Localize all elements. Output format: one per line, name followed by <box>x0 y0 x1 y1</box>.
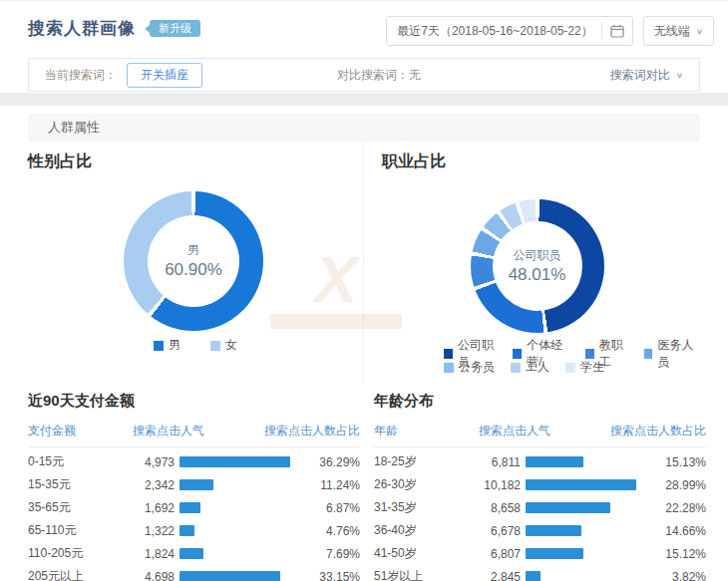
table-row: 51岁以上2,8453.82% <box>374 565 706 581</box>
calendar-icon[interactable] <box>610 24 624 38</box>
gender-legend: 男女 <box>28 337 363 354</box>
gender-donut-center-label: 男 60.90% <box>124 191 263 331</box>
table-row: 205元以上4,69833.15% <box>28 565 360 581</box>
row-value: 2,845 <box>479 570 521 581</box>
row-value: 6,811 <box>479 455 521 469</box>
row-value: 10,182 <box>479 478 521 492</box>
row-percentage: 7.69% <box>290 547 360 561</box>
legend-item[interactable]: 男 <box>154 337 181 354</box>
section-header-crowd-attributes: 人群属性 <box>28 114 700 142</box>
legend-item[interactable]: 工人 <box>511 359 549 376</box>
row-label: 41-50岁 <box>374 545 479 562</box>
payment-table-header: 支付金额 搜索点击人气 搜索点击人数占比 <box>28 423 360 447</box>
bar-track <box>521 456 636 467</box>
legend-swatch <box>444 349 453 359</box>
date-range-picker[interactable]: 最近7天（2018-05-16~2018-05-22） <box>386 16 632 46</box>
value-bar <box>180 479 213 490</box>
row-value: 4,973 <box>133 455 175 469</box>
legend-swatch <box>644 349 653 359</box>
row-percentage: 11.24% <box>290 478 360 492</box>
legend-swatch <box>444 363 454 373</box>
row-percentage: 22.28% <box>636 501 706 515</box>
keyword-button[interactable]: 开关插座 <box>127 63 202 88</box>
table-row: 110-205元1,8247.69% <box>28 542 360 565</box>
legend-label: 公务员 <box>459 359 495 376</box>
column-header: 搜索点击人气 <box>479 423 586 439</box>
value-bar <box>180 525 194 536</box>
legend-item[interactable]: 女 <box>210 337 237 354</box>
table-row: 0-15元4,97336.29% <box>28 450 360 473</box>
legend-swatch <box>511 363 521 373</box>
row-label: 51岁以上 <box>374 568 479 581</box>
keyword-compare-dropdown[interactable]: 搜索词对比 ∨ <box>610 67 699 84</box>
row-label: 26-30岁 <box>374 476 479 493</box>
table-row: 31-35岁8,65822.28% <box>374 496 706 519</box>
table-row: 35-65元1,6926.87% <box>28 496 360 519</box>
legend-label: 工人 <box>526 359 549 376</box>
column-header: 搜索点击人数占比 <box>240 423 360 439</box>
row-percentage: 15.12% <box>636 547 706 561</box>
table-row: 41-50岁6,80715.12% <box>374 542 706 565</box>
bar-track <box>521 525 636 536</box>
row-label: 18-25岁 <box>374 453 479 470</box>
section-separator <box>0 93 728 106</box>
value-bar <box>180 502 200 513</box>
payment-table-body: 0-15元4,97336.29%15-35元2,34211.24%35-65元1… <box>28 450 360 581</box>
chevron-down-icon: ∨ <box>696 27 703 36</box>
row-value: 4,698 <box>133 570 175 581</box>
legend-item[interactable]: 学生 <box>565 359 604 376</box>
bar-track <box>175 479 290 490</box>
row-percentage: 6.87% <box>290 501 360 515</box>
content-area: 人群属性 性别占比 男 60.90% 男女 职业占比 <box>0 106 728 581</box>
terminal-select[interactable]: 无线端 ∨ <box>643 16 714 46</box>
row-percentage: 28.99% <box>636 478 706 492</box>
age-table-title: 年龄分布 <box>374 392 706 411</box>
legend-swatch <box>585 349 594 359</box>
value-bar <box>526 571 541 581</box>
value-bar <box>526 479 636 490</box>
legend-swatch <box>154 341 164 351</box>
legend-swatch <box>565 363 575 373</box>
column-header: 支付金额 <box>28 423 133 439</box>
bar-track <box>175 502 290 513</box>
topbar-controls: 最近7天（2018-05-16~2018-05-22） 无线端 ∨ <box>386 16 714 46</box>
bar-track <box>175 456 290 467</box>
row-percentage: 36.29% <box>290 455 360 469</box>
bar-track <box>521 571 636 581</box>
column-header: 搜索点击人数占比 <box>586 423 706 439</box>
value-bar <box>526 548 583 559</box>
filterbar: 当前搜索词： 开关插座 对比搜索词：无 搜索词对比 ∨ <box>28 58 700 92</box>
row-value: 8,658 <box>479 501 521 515</box>
occupation-donut-center-label: 公司职员 48.01% <box>471 199 604 333</box>
gender-chart-panel: 性别占比 男 60.90% 男女 <box>28 142 364 384</box>
row-value: 6,807 <box>479 547 521 561</box>
gender-donut-chart: 男 60.90% <box>124 191 263 331</box>
row-percentage: 14.66% <box>636 524 706 538</box>
value-bar <box>526 456 583 467</box>
column-header: 年龄 <box>374 423 479 439</box>
row-value: 2,342 <box>133 478 175 492</box>
current-keyword-group: 当前搜索词： 开关插座 <box>29 63 337 88</box>
table-row: 15-35元2,34211.24% <box>28 473 360 496</box>
row-label: 36-40岁 <box>374 522 479 539</box>
value-bar <box>180 456 290 467</box>
value-bar <box>180 571 280 581</box>
legend-swatch <box>210 341 220 351</box>
row-label: 205元以上 <box>28 568 133 581</box>
bar-track <box>521 548 636 559</box>
row-percentage: 33.15% <box>290 570 360 581</box>
table-row: 65-110元1,3224.76% <box>28 519 360 542</box>
terminal-label: 无线端 <box>654 23 690 40</box>
row-label: 35-65元 <box>28 499 133 516</box>
legend-swatch <box>513 349 522 359</box>
row-label: 110-205元 <box>28 545 133 562</box>
legend-label: 学生 <box>580 359 604 376</box>
bar-track <box>521 502 636 513</box>
row-label: 15-35元 <box>28 476 133 493</box>
bar-track <box>175 571 290 581</box>
legend-label: 女 <box>225 337 237 354</box>
legend-item[interactable]: 医务人员 <box>644 337 700 371</box>
chevron-down-icon: ∨ <box>676 71 683 80</box>
legend-item[interactable]: 公务员 <box>444 359 495 376</box>
legend-label: 医务人员 <box>657 337 700 371</box>
